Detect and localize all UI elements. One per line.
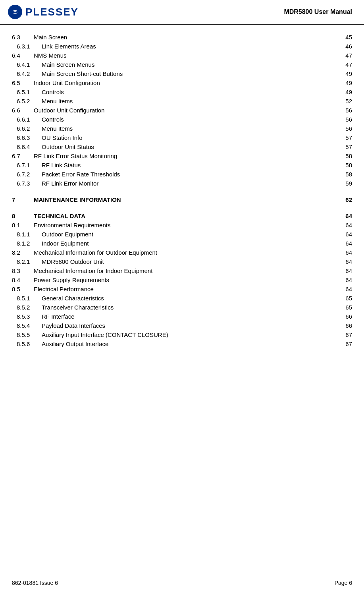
toc-page: 67 [340,331,352,338]
toc-number: 6.4 [12,52,34,59]
toc-row-8-5-4: 8.5.4 Payload Data Interfaces 66 [12,321,352,330]
toc-page: 64 [340,267,352,274]
toc-number: 8.1 [12,222,34,228]
toc-number: 8.5 [12,286,34,292]
toc-label: MAINTENANCE INFORMATION [34,196,340,203]
toc-label: General Characteristics [34,295,340,302]
toc-label: Outdoor Unit Configuration [34,107,340,114]
toc-label: Outdoor Unit Status [34,143,340,150]
toc-page: 49 [340,79,352,86]
toc-number: 8.5.5 [12,331,34,338]
toc-label: Auxiliary Output Interface [34,341,340,347]
toc-row-6-4: 6.4 NMS Menus 47 [12,51,352,60]
toc-page: 66 [340,313,352,320]
toc-row-6-7-3: 6.7.3 RF Link Error Monitor 59 [12,179,352,188]
toc-number: 6.7 [12,153,34,159]
toc-page: 65 [340,295,352,302]
toc-number: 8.5.1 [12,295,34,302]
toc-page: 45 [340,34,352,41]
toc-row-8-1-2: 8.1.2 Indoor Equipment 64 [12,239,352,248]
toc-label: Payload Data Interfaces [34,322,340,329]
toc-page: 56 [340,107,352,114]
toc-label: Transceiver Characteristics [34,304,340,311]
toc-row-8-5-3: 8.5.3 RF Interface 66 [12,312,352,321]
toc-row-8-1: 8.1 Environmental Requirements 64 [12,221,352,230]
toc-page: 58 [340,171,352,178]
toc-label: RF Link Status [34,162,340,168]
toc-page: 57 [340,134,352,141]
toc-label: Main Screen [34,34,340,41]
toc-label: OU Station Info [34,134,340,141]
toc-page: 64 [340,240,352,247]
toc-label: RF Link Error Status Monitoring [34,153,340,159]
toc-label: Auxiliary Input Interface (CONTACT CLOSU… [34,331,340,338]
toc-page: 67 [340,341,352,347]
toc-row-8-1-1: 8.1.1 Outdoor Equipment 64 [12,230,352,239]
toc-label: Mechanical Information for Indoor Equipm… [34,267,340,274]
page-footer: 862-01881 Issue 6 Page 6 [12,580,352,586]
toc-row-8: 8 TECHNICAL DATA 64 [12,211,352,221]
toc-row-6-3: 6.3 Main Screen 45 [12,33,352,42]
toc-page: 56 [340,125,352,132]
toc-label: Main Screen Menus [34,61,340,68]
toc-number: 8.2 [12,249,34,256]
toc-page: 64 [340,222,352,228]
toc-number: 6.3.1 [12,43,34,50]
toc-number: 6.6.2 [12,125,34,132]
toc-row-6-6-2: 6.6.2 Menu Items 56 [12,124,352,133]
toc-label: RF Link Error Monitor [34,180,340,187]
toc-row-8-5-5: 8.5.5 Auxiliary Input Interface (CONTACT… [12,330,352,339]
toc-page: 64 [340,277,352,283]
toc-label: Mechanical Information for Outdoor Equip… [34,249,340,256]
toc-label: Power Supply Requirements [34,277,340,283]
toc-number: 6.6.1 [12,116,34,123]
toc-page: 65 [340,304,352,311]
toc-page: 62 [340,196,352,203]
toc-page: 64 [340,286,352,292]
toc-page: 58 [340,162,352,168]
page-header: PLESSEY MDR5800 User Manual [0,0,364,25]
toc-page: 64 [340,231,352,238]
toc-page: 64 [340,249,352,256]
logo-icon [8,5,22,19]
toc-number: 6.5 [12,79,34,86]
toc-label: Main Screen Short-cut Buttons [34,70,340,77]
header-title: MDR5800 User Manual [284,8,352,15]
toc-number: 6.6 [12,107,34,114]
toc-row-6-5-1: 6.5.1 Controls 49 [12,87,352,97]
toc-page: 58 [340,153,352,159]
toc-number: 8.5.6 [12,341,34,347]
toc-number: 6.6.3 [12,134,34,141]
toc-label: Environmental Requirements [34,222,340,228]
toc-row-6-4-1: 6.4.1 Main Screen Menus 47 [12,60,352,69]
toc-page: 57 [340,143,352,150]
toc-label: Indoor Unit Configuration [34,79,340,86]
toc-row-8-5-2: 8.5.2 Transceiver Characteristics 65 [12,303,352,312]
toc-number: 8.5.3 [12,313,34,320]
toc-label: Controls [34,116,340,123]
toc-row-8-5-6: 8.5.6 Auxiliary Output Interface 67 [12,339,352,348]
toc-row-6-6-1: 6.6.1 Controls 56 [12,115,352,124]
toc-number: 6.7.1 [12,162,34,168]
toc-label: MDR5800 Outdoor Unit [34,258,340,265]
footer-right: Page 6 [335,580,352,586]
toc-label: Controls [34,89,340,95]
toc-label: Indoor Equipment [34,240,340,247]
toc-label: Menu Items [34,125,340,132]
toc-row-8-2: 8.2 Mechanical Information for Outdoor E… [12,248,352,257]
toc-number: 8.4 [12,277,34,283]
toc-row-6-5-2: 6.5.2 Menu Items 52 [12,97,352,106]
toc-label: RF Interface [34,313,340,320]
toc-row-6-6-4: 6.6.4 Outdoor Unit Status 57 [12,142,352,151]
toc-page: 56 [340,116,352,123]
toc-label: Link Elements Areas [34,43,340,50]
toc-row-6-5: 6.5 Indoor Unit Configuration 49 [12,78,352,87]
toc-row-8-5-1: 8.5.1 General Characteristics 65 [12,294,352,303]
toc-page: 49 [340,89,352,95]
toc-page: 49 [340,70,352,77]
toc-label: Outdoor Equipment [34,231,340,238]
toc-number: 8.1.2 [12,240,34,247]
toc-number: 6.7.3 [12,180,34,187]
toc-number: 8.5.4 [12,322,34,329]
toc-page: 52 [340,98,352,104]
